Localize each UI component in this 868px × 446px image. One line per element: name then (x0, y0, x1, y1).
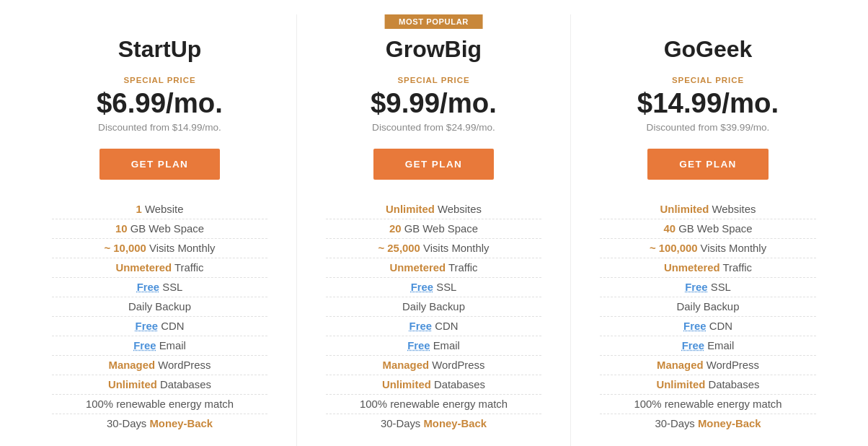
feature-rest: Websites (709, 204, 756, 215)
feature-highlight: ~ 25,000 (378, 242, 420, 254)
feature-item: 10 GB Web Space (52, 219, 267, 239)
feature-text: Daily Backup (677, 301, 740, 312)
features-list-gogeek: Unlimited Websites40 GB Web Space~ 100,0… (600, 200, 816, 433)
feature-link-rest: CDN (432, 320, 458, 332)
price-growbig: $9.99/mo. (326, 87, 541, 119)
feature-link-highlight[interactable]: Free (137, 281, 159, 293)
price-startup: $6.99/mo. (52, 87, 267, 119)
feature-highlight: Unmetered (389, 262, 446, 274)
feature-link-highlight[interactable]: Free (409, 320, 432, 332)
feature-highlight: Managed (383, 359, 429, 371)
feature-moneyback-prefix: 30-Days (107, 418, 150, 429)
special-price-label-startup: SPECIAL PRICE (52, 76, 267, 84)
feature-rest: WordPress (155, 359, 211, 371)
feature-highlight: ~ 10,000 (105, 242, 146, 254)
plan-name-gogeek: GoGeek (600, 36, 816, 63)
feature-link-highlight[interactable]: Free (682, 340, 704, 351)
feature-highlight: Unlimited (382, 379, 431, 390)
feature-highlight: Unmetered (115, 262, 172, 274)
feature-link-highlight[interactable]: Free (136, 320, 158, 332)
feature-link-highlight[interactable]: Free (411, 281, 433, 293)
feature-text: 100% renewable energy match (634, 398, 781, 410)
plan-card-startup: StartUpSPECIAL PRICE$6.99/mo.Discounted … (23, 14, 297, 446)
feature-link-rest: CDN (158, 320, 184, 332)
feature-item: 100% renewable energy match (52, 395, 267, 414)
feature-rest: Traffic (172, 262, 203, 274)
feature-item: 30-Days Money-Back (52, 414, 267, 433)
feature-item: 100% renewable energy match (600, 395, 816, 414)
get-plan-button-growbig[interactable]: GET PLAN (373, 149, 495, 180)
feature-item: Free Email (326, 336, 541, 356)
feature-rest: Visits Monthly (697, 242, 766, 254)
feature-link-rest: SSL (159, 281, 182, 293)
feature-highlight: Managed (109, 359, 155, 371)
feature-item: Free CDN (326, 317, 541, 336)
feature-rest: Databases (705, 379, 759, 390)
discounted-from-growbig: Discounted from $24.99/mo. (326, 122, 541, 133)
feature-rest: Traffic (446, 262, 477, 274)
feature-rest: GB Web Space (402, 223, 478, 235)
feature-item: 30-Days Money-Back (326, 414, 541, 433)
price-gogeek: $14.99/mo. (600, 87, 816, 119)
plan-name-growbig: GrowBig (326, 36, 541, 63)
feature-item: ~ 25,000 Visits Monthly (326, 239, 541, 258)
feature-link-rest: SSL (708, 281, 731, 293)
feature-link-highlight[interactable]: Free (407, 340, 430, 351)
feature-text: 100% renewable energy match (86, 398, 234, 410)
plans-container: StartUpSPECIAL PRICE$6.99/mo.Discounted … (7, 14, 861, 446)
feature-item: Unlimited Websites (600, 200, 816, 219)
feature-item: Free SSL (600, 278, 816, 297)
feature-item: 100% renewable energy match (326, 395, 541, 414)
feature-item: Managed WordPress (600, 356, 816, 375)
feature-item: Free SSL (52, 278, 267, 297)
feature-link-highlight[interactable]: Free (683, 320, 706, 332)
feature-highlight: 1 (136, 204, 142, 215)
feature-highlight: 40 (664, 223, 676, 235)
feature-rest: Visits Monthly (146, 242, 216, 254)
feature-rest: WordPress (429, 359, 484, 371)
special-price-label-gogeek: SPECIAL PRICE (600, 76, 816, 84)
feature-item: Unlimited Databases (52, 375, 267, 395)
feature-highlight: Managed (657, 359, 703, 371)
feature-highlight: 10 (115, 223, 128, 235)
feature-link-highlight[interactable]: Free (133, 340, 156, 351)
feature-item: Free CDN (600, 317, 816, 336)
get-plan-button-startup[interactable]: GET PLAN (99, 149, 221, 180)
feature-item: Free Email (52, 336, 267, 356)
feature-moneyback-bold: Money-Back (423, 418, 487, 429)
feature-item: 1 Website (52, 200, 267, 219)
feature-link-rest: Email (156, 340, 186, 351)
feature-highlight: ~ 100,000 (650, 242, 698, 254)
feature-rest: GB Web Space (676, 223, 752, 235)
get-plan-button-gogeek[interactable]: GET PLAN (647, 149, 769, 180)
feature-item: Daily Backup (326, 297, 541, 317)
feature-item: Unmetered Traffic (52, 258, 267, 278)
discounted-from-startup: Discounted from $14.99/mo. (52, 122, 267, 133)
popular-badge: MOST POPULAR (384, 14, 483, 29)
feature-item: Unlimited Databases (600, 375, 816, 395)
plan-card-gogeek: GoGeekSPECIAL PRICE$14.99/mo.Discounted … (571, 14, 845, 446)
feature-link-rest: CDN (707, 320, 732, 332)
feature-rest: Website (142, 204, 184, 215)
plan-name-startup: StartUp (52, 36, 267, 63)
features-list-growbig: Unlimited Websites20 GB Web Space~ 25,00… (326, 200, 541, 433)
feature-item: Daily Backup (600, 297, 816, 317)
feature-rest: WordPress (704, 359, 759, 371)
feature-rest: Websites (435, 204, 482, 215)
feature-highlight: Unlimited (656, 379, 705, 390)
feature-item: Free CDN (52, 317, 267, 336)
feature-moneyback-bold: Money-Back (149, 418, 213, 429)
features-list-startup: 1 Website10 GB Web Space~ 10,000 Visits … (52, 200, 267, 433)
feature-link-rest: SSL (433, 281, 456, 293)
feature-item: 20 GB Web Space (326, 219, 541, 239)
feature-link-highlight[interactable]: Free (685, 281, 707, 293)
feature-item: 40 GB Web Space (600, 219, 816, 239)
special-price-label-growbig: SPECIAL PRICE (326, 76, 541, 84)
feature-moneyback-prefix: 30-Days (655, 418, 698, 429)
feature-rest: Databases (157, 379, 211, 390)
feature-highlight: Unmetered (664, 262, 720, 274)
feature-rest: Visits Monthly (420, 242, 490, 254)
feature-link-rest: Email (704, 340, 734, 351)
feature-item: Daily Backup (52, 297, 267, 317)
plan-card-growbig: MOST POPULARGrowBigSPECIAL PRICE$9.99/mo… (297, 14, 571, 446)
